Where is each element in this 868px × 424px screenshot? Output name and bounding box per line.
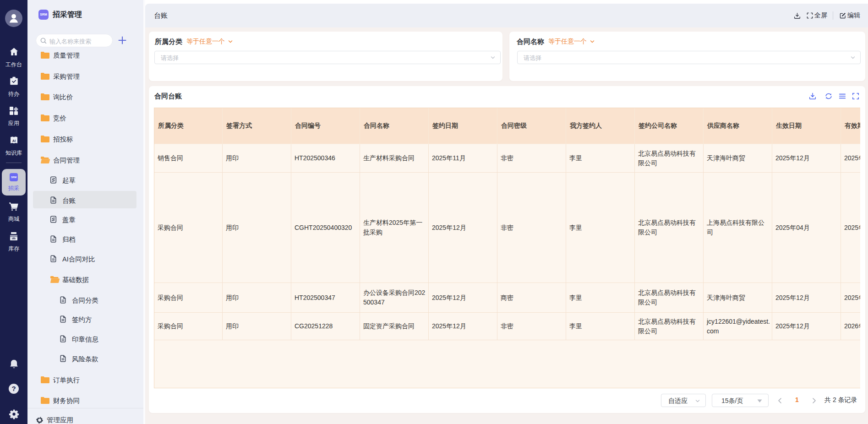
svg-text:?: ? bbox=[11, 385, 16, 392]
svg-text:AI: AI bbox=[12, 139, 16, 143]
